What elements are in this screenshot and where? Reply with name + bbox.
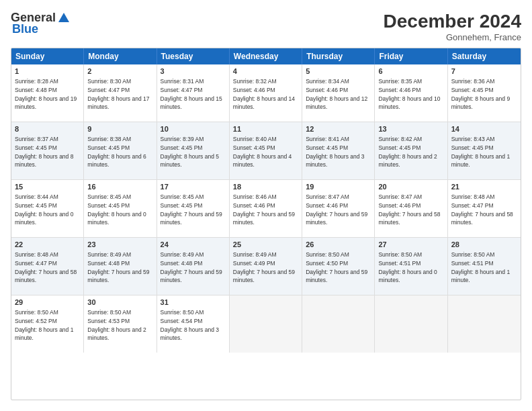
calendar-week-4: 22Sunrise: 8:48 AM Sunset: 4:47 PM Dayli… (11, 237, 521, 295)
day-info: Sunrise: 8:49 AM Sunset: 4:48 PM Dayligh… (87, 251, 149, 283)
calendar-week-5: 29Sunrise: 8:50 AM Sunset: 4:52 PM Dayli… (11, 295, 521, 353)
day-info: Sunrise: 8:41 AM Sunset: 4:45 PM Dayligh… (306, 136, 364, 168)
day-info: Sunrise: 8:50 AM Sunset: 4:52 PM Dayligh… (15, 309, 73, 341)
location-text: Gonnehem, France (384, 32, 521, 42)
day-number: 10 (161, 124, 226, 134)
day-number: 12 (306, 124, 371, 134)
calendar-day-16: 16Sunrise: 8:45 AM Sunset: 4:45 PM Dayli… (84, 180, 157, 237)
day-info: Sunrise: 8:38 AM Sunset: 4:45 PM Dayligh… (87, 136, 146, 168)
calendar-week-3: 15Sunrise: 8:44 AM Sunset: 4:45 PM Dayli… (11, 179, 521, 237)
header-day-monday: Monday (84, 48, 157, 64)
day-info: Sunrise: 8:37 AM Sunset: 4:45 PM Dayligh… (15, 136, 73, 168)
day-number: 28 (451, 240, 517, 250)
day-number: 19 (306, 182, 371, 192)
day-info: Sunrise: 8:50 AM Sunset: 4:51 PM Dayligh… (378, 251, 437, 283)
day-info: Sunrise: 8:43 AM Sunset: 4:45 PM Dayligh… (451, 136, 510, 168)
logo-icon (57, 11, 71, 25)
day-number: 14 (451, 124, 517, 134)
svg-marker-0 (58, 13, 69, 22)
calendar-day-28: 28Sunrise: 8:50 AM Sunset: 4:51 PM Dayli… (448, 238, 521, 295)
day-info: Sunrise: 8:35 AM Sunset: 4:46 PM Dayligh… (378, 78, 440, 110)
day-number: 18 (233, 182, 298, 192)
day-number: 31 (161, 298, 226, 308)
calendar-day-21: 21Sunrise: 8:48 AM Sunset: 4:47 PM Dayli… (448, 180, 521, 237)
day-info: Sunrise: 8:47 AM Sunset: 4:46 PM Dayligh… (378, 193, 440, 226)
calendar-week-2: 8Sunrise: 8:37 AM Sunset: 4:45 PM Daylig… (11, 122, 521, 179)
calendar-empty-cell (448, 295, 521, 353)
calendar-day-1: 1Sunrise: 8:28 AM Sunset: 4:48 PM Daylig… (11, 64, 84, 122)
day-number: 25 (233, 240, 298, 250)
calendar-empty-cell (375, 295, 447, 353)
header-day-saturday: Saturday (448, 48, 521, 64)
calendar-day-18: 18Sunrise: 8:46 AM Sunset: 4:46 PM Dayli… (230, 180, 302, 237)
day-number: 22 (15, 240, 80, 250)
day-number: 6 (378, 66, 443, 77)
day-info: Sunrise: 8:48 AM Sunset: 4:47 PM Dayligh… (451, 193, 513, 226)
logo: General Blue (11, 11, 71, 36)
calendar-day-30: 30Sunrise: 8:50 AM Sunset: 4:53 PM Dayli… (84, 295, 157, 353)
day-number: 5 (306, 66, 371, 77)
day-info: Sunrise: 8:50 AM Sunset: 4:53 PM Dayligh… (87, 309, 146, 341)
day-number: 23 (87, 240, 152, 250)
header-day-tuesday: Tuesday (157, 48, 230, 64)
calendar-day-10: 10Sunrise: 8:39 AM Sunset: 4:45 PM Dayli… (157, 122, 230, 179)
calendar-day-5: 5Sunrise: 8:34 AM Sunset: 4:46 PM Daylig… (302, 64, 375, 122)
day-number: 17 (161, 182, 226, 192)
day-number: 1 (15, 66, 80, 77)
day-number: 4 (233, 66, 298, 77)
day-info: Sunrise: 8:36 AM Sunset: 4:45 PM Dayligh… (451, 78, 510, 110)
calendar-day-4: 4Sunrise: 8:32 AM Sunset: 4:46 PM Daylig… (230, 64, 302, 122)
day-number: 29 (15, 298, 80, 308)
day-info: Sunrise: 8:34 AM Sunset: 4:46 PM Dayligh… (306, 78, 367, 110)
calendar-day-15: 15Sunrise: 8:44 AM Sunset: 4:45 PM Dayli… (11, 180, 84, 237)
day-info: Sunrise: 8:50 AM Sunset: 4:54 PM Dayligh… (161, 309, 219, 341)
day-number: 27 (378, 240, 443, 250)
day-number: 26 (306, 240, 371, 250)
day-number: 21 (451, 182, 517, 192)
day-info: Sunrise: 8:50 AM Sunset: 4:50 PM Dayligh… (306, 251, 367, 283)
calendar-day-19: 19Sunrise: 8:47 AM Sunset: 4:46 PM Dayli… (302, 180, 375, 237)
header-day-thursday: Thursday (302, 48, 375, 64)
calendar-week-1: 1Sunrise: 8:28 AM Sunset: 4:48 PM Daylig… (11, 64, 521, 122)
header: General Blue December 2024 Gonnehem, Fra… (11, 11, 521, 42)
day-info: Sunrise: 8:50 AM Sunset: 4:51 PM Dayligh… (451, 251, 510, 283)
calendar: SundayMondayTuesdayWednesdayThursdayFrid… (11, 48, 521, 400)
day-info: Sunrise: 8:39 AM Sunset: 4:45 PM Dayligh… (161, 136, 219, 168)
calendar-day-12: 12Sunrise: 8:41 AM Sunset: 4:45 PM Dayli… (302, 122, 375, 179)
calendar-day-2: 2Sunrise: 8:30 AM Sunset: 4:47 PM Daylig… (84, 64, 157, 122)
day-info: Sunrise: 8:45 AM Sunset: 4:45 PM Dayligh… (161, 193, 222, 226)
calendar-empty-cell (230, 295, 302, 353)
calendar-day-26: 26Sunrise: 8:50 AM Sunset: 4:50 PM Dayli… (302, 238, 375, 295)
day-info: Sunrise: 8:32 AM Sunset: 4:46 PM Dayligh… (233, 78, 295, 110)
day-info: Sunrise: 8:45 AM Sunset: 4:45 PM Dayligh… (87, 193, 146, 226)
day-info: Sunrise: 8:28 AM Sunset: 4:48 PM Dayligh… (15, 78, 77, 110)
calendar-day-23: 23Sunrise: 8:49 AM Sunset: 4:48 PM Dayli… (84, 238, 157, 295)
day-number: 16 (87, 182, 152, 192)
calendar-day-20: 20Sunrise: 8:47 AM Sunset: 4:46 PM Dayli… (375, 180, 447, 237)
day-info: Sunrise: 8:30 AM Sunset: 4:47 PM Dayligh… (87, 78, 149, 110)
month-year-title: December 2024 (384, 11, 521, 32)
calendar-day-6: 6Sunrise: 8:35 AM Sunset: 4:46 PM Daylig… (375, 64, 447, 122)
day-number: 3 (161, 66, 226, 77)
header-day-friday: Friday (375, 48, 447, 64)
day-number: 8 (15, 124, 80, 134)
calendar-body: 1Sunrise: 8:28 AM Sunset: 4:48 PM Daylig… (11, 64, 521, 353)
calendar-day-11: 11Sunrise: 8:40 AM Sunset: 4:45 PM Dayli… (230, 122, 302, 179)
calendar-day-22: 22Sunrise: 8:48 AM Sunset: 4:47 PM Dayli… (11, 238, 84, 295)
calendar-header: SundayMondayTuesdayWednesdayThursdayFrid… (11, 48, 521, 64)
day-info: Sunrise: 8:40 AM Sunset: 4:45 PM Dayligh… (233, 136, 292, 168)
day-info: Sunrise: 8:44 AM Sunset: 4:45 PM Dayligh… (15, 193, 73, 226)
day-number: 2 (87, 66, 152, 77)
day-number: 15 (15, 182, 80, 192)
calendar-day-7: 7Sunrise: 8:36 AM Sunset: 4:45 PM Daylig… (448, 64, 521, 122)
header-day-wednesday: Wednesday (230, 48, 302, 64)
page: General Blue December 2024 Gonnehem, Fra… (0, 0, 532, 411)
calendar-day-29: 29Sunrise: 8:50 AM Sunset: 4:52 PM Dayli… (11, 295, 84, 353)
header-day-sunday: Sunday (11, 48, 84, 64)
day-info: Sunrise: 8:49 AM Sunset: 4:49 PM Dayligh… (233, 251, 295, 283)
calendar-day-13: 13Sunrise: 8:42 AM Sunset: 4:45 PM Dayli… (375, 122, 447, 179)
calendar-day-27: 27Sunrise: 8:50 AM Sunset: 4:51 PM Dayli… (375, 238, 447, 295)
day-number: 13 (378, 124, 443, 134)
day-number: 30 (87, 298, 152, 308)
day-info: Sunrise: 8:46 AM Sunset: 4:46 PM Dayligh… (233, 193, 295, 226)
